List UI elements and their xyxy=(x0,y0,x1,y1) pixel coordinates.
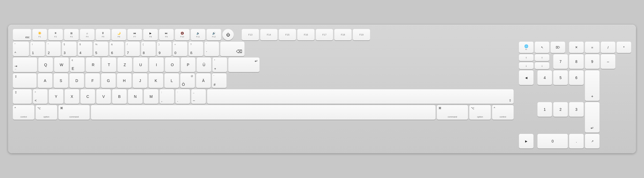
key-pgdn[interactable]: ↓ xyxy=(535,62,549,69)
key-b[interactable]: B xyxy=(112,89,127,104)
key-control-right[interactable]: ^ control xyxy=(492,105,514,120)
key-comma[interactable]: ; , xyxy=(160,89,174,104)
key-s[interactable]: S xyxy=(54,73,68,88)
key-num-minus[interactable]: – xyxy=(601,54,615,69)
key-command-right[interactable]: ⌘ command xyxy=(437,105,468,120)
key-num4[interactable]: 4 xyxy=(537,70,552,85)
key-f17[interactable]: F17 xyxy=(316,29,333,40)
key-n[interactable]: N xyxy=(128,89,142,104)
key-acute[interactable]: ` ´ xyxy=(204,42,219,56)
key-f18[interactable]: F18 xyxy=(334,29,352,40)
key-k[interactable]: K xyxy=(149,73,163,88)
key-4[interactable]: $ 4 xyxy=(78,42,92,56)
key-ue[interactable]: Ü xyxy=(197,58,211,72)
key-num5[interactable]: 5 xyxy=(553,70,568,85)
key-f4[interactable]: ⌕ F4 xyxy=(80,29,94,40)
key-r[interactable]: R xyxy=(86,58,100,72)
key-f2[interactable]: ☀ F2 xyxy=(48,29,63,40)
key-1[interactable]: ! 1 xyxy=(30,42,45,56)
key-num8[interactable]: 8 xyxy=(569,54,584,69)
key-num-mul[interactable]: * xyxy=(617,42,631,53)
key-nav-insert[interactable]: ↖ xyxy=(535,42,549,53)
key-space[interactable] xyxy=(91,105,436,120)
key-tab[interactable]: ⇥ ← xyxy=(13,58,37,72)
key-f10[interactable]: 🔇 F10 xyxy=(175,29,189,40)
key-f[interactable]: F xyxy=(85,73,100,88)
key-9[interactable]: ) 9 xyxy=(157,42,171,56)
key-num-eq[interactable]: = xyxy=(585,42,599,53)
key-num-clear[interactable]: ✕ xyxy=(569,42,584,53)
key-num-plus[interactable]: + xyxy=(585,70,599,101)
key-shift-right[interactable]: ⇧ xyxy=(207,89,514,104)
key-f12[interactable]: 🔊 F12 xyxy=(207,29,221,40)
key-globe[interactable]: 🌐 fn xyxy=(519,42,533,53)
key-f13[interactable]: F13 xyxy=(242,29,259,40)
key-period[interactable]: : . xyxy=(175,89,190,104)
key-num0[interactable]: 0 xyxy=(537,134,568,148)
key-angle[interactable]: > < xyxy=(33,89,47,104)
key-ae[interactable]: Ä xyxy=(196,73,211,88)
key-backspace[interactable]: ⌫ xyxy=(220,42,244,56)
key-l[interactable]: L xyxy=(164,73,179,88)
key-arrow-right[interactable]: ▶ xyxy=(519,134,533,148)
key-shift-left[interactable]: ⇧ xyxy=(13,89,32,104)
key-f3[interactable]: ⊞ F3 xyxy=(64,29,79,40)
key-i[interactable]: I xyxy=(149,58,164,72)
key-num6[interactable]: 6 xyxy=(569,70,584,85)
key-num-div[interactable]: / xyxy=(601,42,615,53)
key-num2[interactable]: 2 xyxy=(553,102,568,117)
key-capslock[interactable]: ⇪ xyxy=(13,73,36,88)
key-arrow-left[interactable]: ◀ xyxy=(519,70,533,85)
key-f5[interactable]: 🎙 F5 xyxy=(96,29,110,40)
key-x[interactable]: X xyxy=(65,89,79,104)
key-return[interactable]: ↵ xyxy=(228,58,259,72)
key-v[interactable]: V xyxy=(96,89,111,104)
key-5[interactable]: % 5 xyxy=(94,42,108,56)
key-f7[interactable]: ⏮ F7 xyxy=(127,29,142,40)
key-arrow-up[interactable]: ↑ xyxy=(519,54,533,61)
key-o[interactable]: O xyxy=(165,58,180,72)
key-num-dot[interactable]: . xyxy=(569,134,584,148)
key-z[interactable]: Z xyxy=(118,58,132,72)
key-0[interactable]: = 0 xyxy=(173,42,187,56)
key-g[interactable]: G xyxy=(101,73,116,88)
key-3[interactable]: § 3 xyxy=(62,42,76,56)
key-m[interactable]: M xyxy=(144,89,158,104)
key-arrow-down[interactable]: ↓ xyxy=(519,62,533,69)
key-hash[interactable]: ' # xyxy=(212,73,226,88)
key-c[interactable]: C xyxy=(80,89,95,104)
key-option-right[interactable]: ⌥ option xyxy=(469,105,491,120)
key-num1[interactable]: 1 xyxy=(537,102,552,117)
key-y[interactable]: Y xyxy=(49,89,63,104)
key-d[interactable]: D xyxy=(69,73,84,88)
key-t[interactable]: T xyxy=(102,58,116,72)
key-option-left[interactable]: ⌥ option xyxy=(36,105,57,120)
key-2[interactable]: " 2 xyxy=(46,42,61,56)
key-command-left[interactable]: ⌘ command xyxy=(58,105,90,120)
key-oe[interactable]: @ Ö xyxy=(180,73,195,88)
key-f6[interactable]: 🌙 F6 xyxy=(112,29,126,40)
key-7[interactable]: / 7 xyxy=(125,42,140,56)
key-plus[interactable]: * + xyxy=(213,58,227,72)
key-w[interactable]: W xyxy=(54,58,69,72)
key-q[interactable]: Q xyxy=(38,58,53,72)
key-sz[interactable]: ? ß xyxy=(189,42,203,56)
key-u[interactable]: U xyxy=(133,58,148,72)
key-num7[interactable]: 7 xyxy=(553,54,568,69)
key-f14[interactable]: F14 xyxy=(260,29,277,40)
key-control-left[interactable]: ^ control xyxy=(13,105,34,120)
key-num9[interactable]: 9 xyxy=(585,54,599,69)
key-num3[interactable]: 3 xyxy=(569,102,584,117)
key-f16[interactable]: F16 xyxy=(297,29,314,40)
key-pgup[interactable]: ↑ xyxy=(535,54,549,61)
key-nav-del[interactable]: ⌦ xyxy=(551,42,565,53)
key-esc[interactable]: esc xyxy=(13,29,31,40)
key-num-enter[interactable]: ↵ xyxy=(585,102,599,133)
key-f19[interactable]: F19 xyxy=(353,29,370,40)
key-p[interactable]: P xyxy=(181,58,195,72)
key-h[interactable]: H xyxy=(117,73,131,88)
key-e[interactable]: € E xyxy=(70,58,85,72)
key-6[interactable]: & 6 xyxy=(109,42,124,56)
key-grave[interactable]: ° ^ xyxy=(13,42,29,56)
key-f8[interactable]: ▶ F8 xyxy=(143,29,158,40)
